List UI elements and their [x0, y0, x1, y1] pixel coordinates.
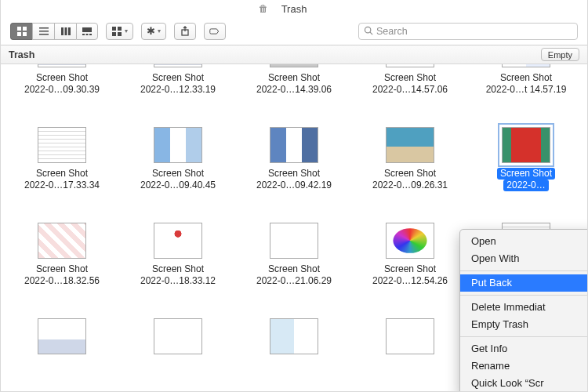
file-thumbnail: [38, 127, 86, 163]
file-thumbnail: [154, 64, 202, 67]
file-label: Screen Shot2022-0…14.39.06: [256, 72, 332, 96]
file-item[interactable]: Screen Shot2022-0…14.39.06: [236, 64, 352, 124]
file-thumbnail: [154, 223, 202, 259]
file-item[interactable]: [120, 315, 236, 392]
window-title: Trash: [281, 3, 307, 15]
file-label: Screen Shot2022-0…09.40.45: [140, 168, 216, 191]
chevron-down-icon: ▾: [158, 27, 161, 34]
file-item[interactable]: Screen Shot2022-0…18.33.12: [120, 220, 236, 315]
file-item[interactable]: [4, 315, 120, 392]
svg-rect-2: [17, 32, 21, 36]
content-area[interactable]: Screen Shot2022-0…09.30.39Screen Shot202…: [1, 64, 587, 392]
menu-item-put-back[interactable]: Put Back: [460, 274, 587, 292]
svg-rect-4: [39, 27, 49, 29]
chevron-down-icon: ▾: [125, 27, 128, 34]
file-thumbnail: [270, 223, 318, 259]
menu-item-get-info[interactable]: Get Info: [460, 340, 587, 358]
file-thumbnail: [38, 64, 86, 67]
svg-rect-14: [112, 27, 116, 31]
svg-rect-12: [86, 34, 89, 35]
search-icon: [364, 24, 373, 38]
menu-separator: [460, 295, 587, 296]
file-label: Screen Shot2022-0…12.33.19: [140, 72, 216, 96]
file-item[interactable]: Screen Shot2022-0…09.26.31: [352, 124, 468, 220]
svg-rect-15: [118, 27, 122, 31]
file-thumbnail: [38, 318, 86, 354]
svg-rect-6: [39, 34, 49, 35]
file-item[interactable]: Screen Shot2022-0…: [468, 124, 584, 220]
view-gallery-button[interactable]: [76, 23, 98, 40]
file-label: Screen Shot2022-0…14.57.06: [372, 72, 448, 96]
svg-rect-11: [82, 34, 85, 35]
view-icons-button[interactable]: [10, 23, 32, 40]
file-label: Screen Shot2022-0…17.33.34: [24, 168, 100, 191]
menu-item-delete-immediately[interactable]: Delete Immediat: [460, 299, 587, 316]
file-item[interactable]: Screen Shot2022-0…09.40.45: [120, 124, 236, 220]
gear-icon: ✱: [147, 25, 155, 37]
file-thumbnail: [154, 318, 202, 354]
file-item[interactable]: Screen Shot2022-0…18.32.56: [4, 220, 120, 315]
group-by-button[interactable]: ▾: [106, 23, 133, 40]
file-item[interactable]: [352, 315, 468, 392]
action-menu-button[interactable]: ✱ ▾: [141, 23, 166, 40]
search-field[interactable]: [358, 23, 578, 40]
file-label: Screen Shot2022-0…12.54.26: [372, 263, 448, 287]
toolbar: ▾ ✱ ▾: [1, 17, 587, 45]
svg-point-19: [365, 27, 370, 32]
menu-item-open-with[interactable]: Open With: [460, 250, 587, 267]
file-item[interactable]: Screen Shot2022-0…14.57.06: [352, 64, 468, 124]
menu-separator: [460, 336, 587, 337]
file-item[interactable]: Screen Shot2022-0…12.54.26: [352, 220, 468, 315]
file-label: Screen Shot2022-0…18.33.12: [140, 263, 216, 287]
path-bar: Trash Empty: [1, 45, 587, 64]
svg-rect-5: [39, 31, 49, 32]
file-item[interactable]: Screen Shot2022-0…09.42.19: [236, 124, 352, 220]
file-thumbnail: [270, 127, 318, 163]
svg-rect-17: [118, 32, 122, 36]
file-item[interactable]: Screen Shot2022-0…09.30.39: [4, 64, 120, 124]
search-wrap: [234, 23, 578, 40]
menu-item-empty-trash[interactable]: Empty Trash: [460, 316, 587, 333]
file-label: Screen Shot2022-0…09.30.39: [24, 72, 100, 96]
file-thumbnail: [270, 318, 318, 354]
svg-rect-0: [17, 27, 21, 31]
empty-trash-button[interactable]: Empty: [541, 48, 579, 61]
file-thumbnail: [386, 318, 434, 354]
file-thumbnail: [154, 127, 202, 163]
view-mode-segment: [10, 23, 98, 40]
svg-rect-8: [64, 27, 67, 35]
file-thumbnail: [386, 223, 434, 259]
file-item[interactable]: [236, 315, 352, 392]
context-menu: Open Open With Put Back Delete Immediat …: [459, 229, 587, 392]
svg-rect-13: [89, 34, 92, 35]
file-item[interactable]: Screen Shot2022-0…17.33.34: [4, 124, 120, 220]
tag-icon: [209, 26, 220, 37]
file-label: Screen Shot2022-0…: [497, 168, 555, 191]
file-label: Screen Shot2022-0…09.42.19: [256, 168, 332, 191]
location-label: Trash: [9, 49, 34, 60]
file-label: Screen Shot2022-0…21.06.29: [256, 263, 332, 287]
file-label: Screen Shot2022-0…t 14.57.19: [486, 72, 567, 96]
share-button[interactable]: [174, 23, 196, 40]
file-thumbnail: [270, 64, 318, 67]
svg-rect-10: [82, 27, 92, 32]
file-thumbnail: [38, 223, 86, 259]
menu-item-quick-look[interactable]: Quick Look “Scr: [460, 375, 587, 392]
view-columns-button[interactable]: [54, 23, 76, 40]
file-item[interactable]: Screen Shot2022-0…21.06.29: [236, 220, 352, 315]
svg-rect-1: [23, 27, 27, 31]
share-icon: [180, 26, 191, 37]
menu-item-open[interactable]: Open: [460, 233, 587, 250]
view-list-button[interactable]: [32, 23, 54, 40]
tags-button[interactable]: [204, 23, 226, 40]
file-thumbnail: [502, 64, 550, 67]
trash-icon: 🗑: [259, 3, 268, 14]
file-item[interactable]: Screen Shot2022-0…12.33.19: [120, 64, 236, 124]
file-item[interactable]: Screen Shot2022-0…t 14.57.19: [468, 64, 584, 124]
search-input[interactable]: [376, 26, 572, 37]
file-label: Screen Shot2022-0…09.26.31: [372, 168, 448, 191]
menu-item-rename[interactable]: Rename: [460, 358, 587, 375]
svg-rect-3: [23, 32, 27, 36]
file-thumbnail: [386, 64, 434, 67]
menu-separator: [460, 270, 587, 271]
